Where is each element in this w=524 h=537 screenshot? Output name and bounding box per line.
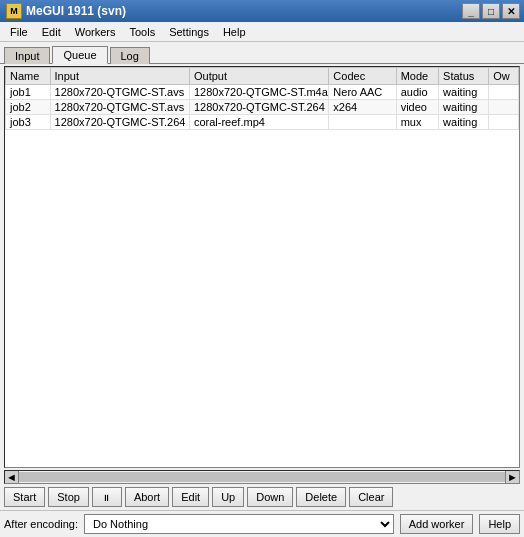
after-encoding-row: After encoding: Do Nothing Shutdown Hibe…	[0, 510, 524, 537]
pause-icon: ⏸	[102, 493, 111, 503]
table-cell	[329, 115, 396, 130]
table-cell: job3	[6, 115, 51, 130]
table-cell: 1280x720-QTGMC-ST.264	[50, 115, 189, 130]
window-title: MeGUI 1911 (svn)	[26, 4, 126, 18]
table-cell: mux	[396, 115, 438, 130]
table-cell: Nero AAC	[329, 85, 396, 100]
title-controls: _ □ ✕	[462, 3, 520, 19]
menu-edit[interactable]: Edit	[36, 24, 67, 40]
menu-bar: File Edit Workers Tools Settings Help	[0, 22, 524, 42]
table-cell: waiting	[439, 115, 489, 130]
table-cell: job1	[6, 85, 51, 100]
close-button[interactable]: ✕	[502, 3, 520, 19]
maximize-button[interactable]: □	[482, 3, 500, 19]
title-bar: M MeGUI 1911 (svn) _ □ ✕	[0, 0, 524, 22]
new-worker-button[interactable]: Add worker	[400, 514, 474, 534]
table-cell: job2	[6, 100, 51, 115]
table-row[interactable]: job31280x720-QTGMC-ST.264coral-reef.mp4m…	[6, 115, 519, 130]
delete-button[interactable]: Delete	[296, 487, 346, 507]
menu-workers[interactable]: Workers	[69, 24, 122, 40]
tab-queue[interactable]: Queue	[52, 46, 107, 64]
title-bar-left: M MeGUI 1911 (svn)	[6, 3, 126, 19]
col-header-input: Input	[50, 68, 189, 85]
table-cell	[489, 85, 519, 100]
menu-file[interactable]: File	[4, 24, 34, 40]
col-header-owner: Ow	[489, 68, 519, 85]
pause-button[interactable]: ⏸	[92, 487, 122, 507]
tab-log[interactable]: Log	[110, 47, 150, 64]
col-header-status: Status	[439, 68, 489, 85]
queue-table-container: Name Input Output Codec Mode Status Ow j…	[4, 66, 520, 468]
help-button[interactable]: Help	[479, 514, 520, 534]
app-icon: M	[6, 3, 22, 19]
table-row[interactable]: job11280x720-QTGMC-ST.avs1280x720-QTGMC-…	[6, 85, 519, 100]
table-row[interactable]: job21280x720-QTGMC-ST.avs1280x720-QTGMC-…	[6, 100, 519, 115]
after-encoding-select[interactable]: Do Nothing Shutdown Hibernate Standby	[84, 514, 394, 534]
start-button[interactable]: Start	[4, 487, 45, 507]
menu-tools[interactable]: Tools	[123, 24, 161, 40]
edit-button[interactable]: Edit	[172, 487, 209, 507]
up-button[interactable]: Up	[212, 487, 244, 507]
tab-bar: Input Queue Log	[0, 42, 524, 64]
menu-help[interactable]: Help	[217, 24, 252, 40]
table-cell: waiting	[439, 100, 489, 115]
table-cell	[489, 100, 519, 115]
bottom-toolbar: Start Stop ⏸ Abort Edit Up Down Delete C…	[0, 484, 524, 510]
menu-settings[interactable]: Settings	[163, 24, 215, 40]
queue-table: Name Input Output Codec Mode Status Ow j…	[5, 67, 519, 130]
col-header-codec: Codec	[329, 68, 396, 85]
horizontal-scrollbar[interactable]: ◄ ►	[4, 470, 520, 484]
table-cell: waiting	[439, 85, 489, 100]
col-header-output: Output	[189, 68, 328, 85]
abort-button[interactable]: Abort	[125, 487, 169, 507]
table-cell: 1280x720-QTGMC-ST.avs	[50, 85, 189, 100]
col-header-mode: Mode	[396, 68, 438, 85]
table-cell: 1280x720-QTGMC-ST.m4a	[189, 85, 328, 100]
table-cell	[489, 115, 519, 130]
scroll-track[interactable]	[19, 472, 505, 482]
app-icon-letter: M	[10, 6, 18, 16]
minimize-button[interactable]: _	[462, 3, 480, 19]
table-cell: video	[396, 100, 438, 115]
down-button[interactable]: Down	[247, 487, 293, 507]
table-cell: coral-reef.mp4	[189, 115, 328, 130]
clear-button[interactable]: Clear	[349, 487, 393, 507]
col-header-name: Name	[6, 68, 51, 85]
table-cell: 1280x720-QTGMC-ST.avs	[50, 100, 189, 115]
table-cell: x264	[329, 100, 396, 115]
stop-button[interactable]: Stop	[48, 487, 89, 507]
table-cell: 1280x720-QTGMC-ST.264	[189, 100, 328, 115]
scroll-right-btn[interactable]: ►	[505, 471, 519, 483]
after-encoding-label: After encoding:	[4, 518, 78, 530]
tab-input[interactable]: Input	[4, 47, 50, 64]
scroll-left-btn[interactable]: ◄	[5, 471, 19, 483]
table-cell: audio	[396, 85, 438, 100]
